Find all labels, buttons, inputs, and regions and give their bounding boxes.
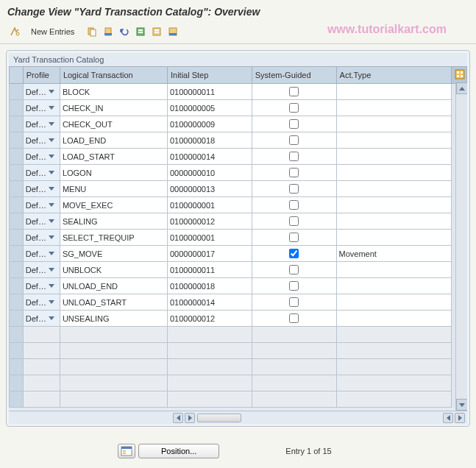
- act-type-cell[interactable]: [336, 213, 452, 230]
- act-type-cell[interactable]: [336, 116, 452, 132]
- profile-cell[interactable]: Def…: [23, 262, 60, 278]
- act-type-cell[interactable]: [336, 294, 452, 311]
- profile-cell[interactable]: Def…: [23, 230, 60, 246]
- profile-cell[interactable]: Def…: [23, 197, 60, 213]
- initial-step-cell[interactable]: 0100000018: [167, 278, 252, 294]
- dropdown-icon[interactable]: [49, 284, 54, 288]
- vertical-scrollbar[interactable]: [455, 82, 467, 411]
- scroll-down-icon[interactable]: [456, 399, 467, 411]
- profile-cell[interactable]: Def…: [23, 149, 60, 165]
- initial-step-cell[interactable]: 0100000011: [167, 84, 252, 100]
- system-guided-checkbox[interactable]: [289, 87, 299, 96]
- row-selector[interactable]: [10, 311, 24, 327]
- dropdown-icon[interactable]: [49, 219, 54, 223]
- system-guided-cell[interactable]: [252, 132, 336, 149]
- row-selector[interactable]: [10, 262, 24, 278]
- act-type-cell[interactable]: [336, 149, 452, 165]
- act-type-cell[interactable]: [336, 100, 452, 116]
- row-selector[interactable]: [10, 181, 24, 197]
- row-selector[interactable]: [10, 197, 24, 213]
- dropdown-icon[interactable]: [49, 235, 54, 239]
- row-selector[interactable]: [10, 294, 24, 311]
- initial-step-cell[interactable]: 0100000014: [167, 294, 252, 311]
- row-selector[interactable]: [10, 327, 24, 343]
- system-guided-cell[interactable]: [252, 149, 336, 165]
- initial-step-cell[interactable]: 0000000013: [167, 181, 252, 197]
- system-guided-cell[interactable]: [252, 165, 336, 181]
- system-guided-cell[interactable]: [252, 84, 336, 100]
- dropdown-icon[interactable]: [49, 106, 54, 110]
- logical-transaction-cell[interactable]: UNLOAD_END: [60, 278, 167, 294]
- undo-icon[interactable]: [117, 24, 132, 39]
- position-button[interactable]: Position...: [138, 444, 219, 458]
- dropdown-icon[interactable]: [49, 187, 54, 191]
- dropdown-icon[interactable]: [49, 203, 54, 207]
- logical-transaction-cell[interactable]: CHECK_OUT: [60, 116, 167, 132]
- system-guided-checkbox[interactable]: [289, 216, 299, 226]
- initial-step-cell[interactable]: 0100000001: [167, 230, 252, 246]
- profile-cell[interactable]: Def…: [23, 165, 60, 181]
- logical-transaction-cell[interactable]: LOAD_START: [60, 149, 167, 165]
- logical-transaction-cell[interactable]: UNSEALING: [60, 311, 167, 327]
- logical-transaction-cell[interactable]: MOVE_EXEC: [60, 197, 167, 213]
- row-selector[interactable]: [10, 246, 24, 262]
- initial-step-cell[interactable]: 0100000009: [167, 116, 252, 132]
- new-entries-button[interactable]: New Entries: [25, 26, 80, 38]
- system-guided-cell[interactable]: [252, 213, 336, 230]
- table-settings-button[interactable]: [452, 67, 467, 84]
- initial-step-cell[interactable]: 0100000001: [167, 197, 252, 213]
- scroll-left-end-icon[interactable]: [443, 413, 453, 423]
- profile-cell[interactable]: Def…: [23, 213, 60, 230]
- toggle-icon[interactable]: [7, 24, 22, 39]
- logical-transaction-cell[interactable]: SEALING: [60, 213, 167, 230]
- logical-transaction-cell[interactable]: UNLOAD_START: [60, 294, 167, 311]
- system-guided-checkbox[interactable]: [289, 297, 299, 307]
- col-logical-transaction[interactable]: Logical Transaction: [60, 67, 167, 84]
- dropdown-icon[interactable]: [49, 90, 54, 93]
- profile-cell[interactable]: Def…: [23, 181, 60, 197]
- act-type-cell[interactable]: [336, 278, 452, 294]
- system-guided-checkbox[interactable]: [289, 233, 299, 242]
- dropdown-icon[interactable]: [49, 155, 54, 158]
- system-guided-checkbox[interactable]: [289, 313, 299, 323]
- logical-transaction-cell[interactable]: LOAD_END: [60, 132, 167, 149]
- act-type-cell[interactable]: [336, 197, 452, 213]
- profile-cell[interactable]: Def…: [23, 132, 60, 149]
- position-icon-button[interactable]: [118, 444, 135, 458]
- col-system-guided[interactable]: System-Guided: [252, 67, 336, 84]
- system-guided-checkbox[interactable]: [289, 103, 299, 113]
- row-selector[interactable]: [10, 278, 24, 294]
- profile-cell[interactable]: Def…: [23, 116, 60, 132]
- profile-cell[interactable]: Def…: [23, 100, 60, 116]
- system-guided-cell[interactable]: [252, 262, 336, 278]
- initial-step-cell[interactable]: 0000000017: [167, 246, 252, 262]
- system-guided-checkbox[interactable]: [289, 135, 299, 145]
- initial-step-cell[interactable]: 0100000014: [167, 149, 252, 165]
- profile-cell[interactable]: Def…: [23, 311, 60, 327]
- row-selector[interactable]: [10, 213, 24, 230]
- dropdown-icon[interactable]: [49, 268, 54, 272]
- select-all-icon[interactable]: [133, 24, 148, 39]
- print-icon[interactable]: [166, 24, 180, 39]
- initial-step-cell[interactable]: 0100000011: [167, 262, 252, 278]
- system-guided-cell[interactable]: [252, 230, 336, 246]
- row-selector[interactable]: [10, 343, 24, 359]
- system-guided-cell[interactable]: [252, 116, 336, 132]
- scroll-up-icon[interactable]: [456, 82, 467, 94]
- system-guided-cell[interactable]: [252, 100, 336, 116]
- row-selector[interactable]: [10, 391, 24, 408]
- profile-cell[interactable]: Def…: [23, 278, 60, 294]
- profile-cell[interactable]: Def…: [23, 246, 60, 262]
- dropdown-icon[interactable]: [49, 122, 54, 126]
- row-selector[interactable]: [10, 116, 24, 132]
- deselect-all-icon[interactable]: [149, 24, 164, 39]
- act-type-cell[interactable]: [336, 165, 452, 181]
- dropdown-icon[interactable]: [49, 316, 54, 320]
- act-type-cell[interactable]: Movement: [336, 246, 452, 262]
- system-guided-checkbox[interactable]: [289, 200, 299, 210]
- act-type-cell[interactable]: [336, 230, 452, 246]
- act-type-cell[interactable]: [336, 181, 452, 197]
- system-guided-checkbox[interactable]: [289, 152, 299, 161]
- initial-step-cell[interactable]: 0000000010: [167, 165, 252, 181]
- profile-cell[interactable]: Def…: [23, 84, 60, 100]
